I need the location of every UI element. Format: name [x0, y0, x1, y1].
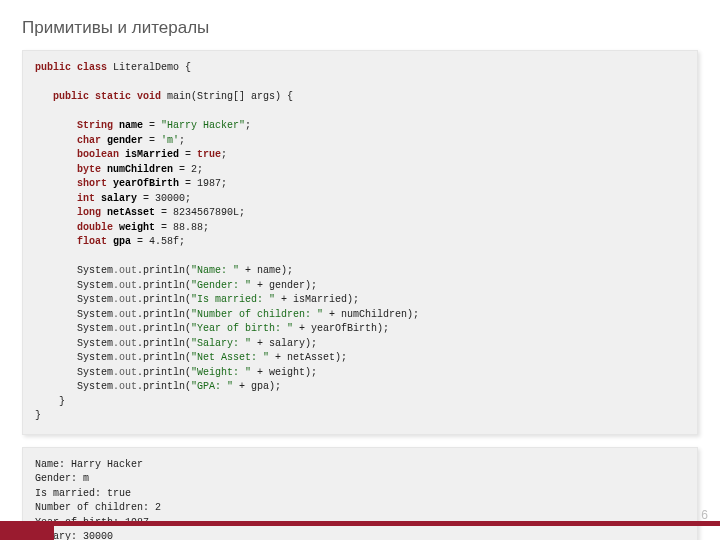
slide: Примитивы и литералы public class Litera… — [0, 0, 720, 540]
code-block: public class LiteralDemo { public static… — [22, 50, 698, 435]
footer — [0, 522, 720, 540]
page-number: 6 — [701, 508, 708, 522]
slide-title: Примитивы и литералы — [22, 18, 698, 38]
footer-bar — [0, 521, 720, 526]
footer-stripe — [0, 526, 54, 540]
